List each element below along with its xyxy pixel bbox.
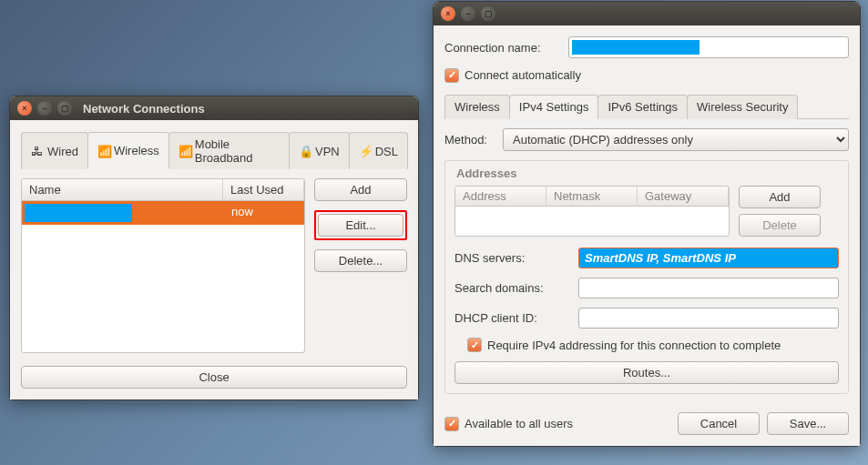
titlebar[interactable]: × – ▢ Network Connections: [10, 96, 418, 120]
minimize-icon[interactable]: –: [37, 101, 52, 116]
tab-wireless-settings[interactable]: Wireless: [444, 95, 510, 119]
search-domains-label: Search domains:: [454, 281, 571, 295]
method-label: Method:: [444, 133, 495, 147]
address-add-button[interactable]: Add: [739, 186, 821, 208]
connection-name-masked: [572, 40, 700, 55]
edit-connection-window: × – ▢ Connection name: Connect automatic…: [433, 1, 861, 447]
last-used-value: now: [224, 201, 304, 225]
search-domains-input[interactable]: [578, 278, 839, 298]
connection-type-tabs: 🖧Wired 📶Wireless 📶Mobile Broadband 🔒VPN …: [21, 131, 407, 169]
checkbox-icon: [444, 68, 459, 83]
addresses-table[interactable]: Address Netmask Gateway: [454, 186, 730, 237]
available-to-all-checkbox[interactable]: Available to all users: [444, 417, 573, 431]
addresses-title: Addresses: [456, 167, 839, 180]
tab-ipv6-settings[interactable]: IPv6 Settings: [597, 95, 688, 119]
connect-automatically-checkbox[interactable]: Connect automatically: [444, 68, 581, 83]
titlebar[interactable]: × – ▢: [434, 2, 860, 25]
tab-wireless-security[interactable]: Wireless Security: [687, 95, 798, 119]
minimize-icon[interactable]: –: [461, 6, 475, 21]
edit-highlight: Edit...: [314, 210, 407, 240]
address-delete-button[interactable]: Delete: [739, 214, 821, 237]
dsl-icon: ⚡: [359, 145, 372, 157]
checkbox-icon: [444, 417, 459, 431]
close-button[interactable]: Close: [21, 366, 407, 389]
lock-icon: 🔒: [299, 145, 311, 157]
settings-tabs: Wireless IPv4 Settings IPv6 Settings Wir…: [444, 94, 849, 119]
add-button[interactable]: Add: [314, 178, 407, 201]
dns-servers-input[interactable]: SmartDNS IP, SmartDNS IP: [578, 248, 839, 268]
connection-name-masked: [25, 204, 132, 222]
connections-table[interactable]: Name Last Used now: [21, 178, 305, 353]
maximize-icon[interactable]: ▢: [481, 6, 495, 21]
save-button[interactable]: Save...: [767, 412, 849, 435]
addresses-frame: Addresses Address Netmask Gateway Add De…: [444, 160, 849, 395]
col-name[interactable]: Name: [22, 179, 223, 200]
dhcp-client-id-input[interactable]: [578, 308, 839, 329]
table-row[interactable]: now: [22, 201, 304, 225]
col-address: Address: [455, 187, 546, 206]
tab-wired[interactable]: 🖧Wired: [21, 132, 88, 169]
dhcp-client-id-label: DHCP client ID:: [454, 311, 571, 325]
maximize-icon[interactable]: ▢: [57, 101, 72, 116]
delete-button[interactable]: Delete...: [314, 249, 407, 272]
tab-mobile-broadband[interactable]: 📶Mobile Broadband: [168, 132, 290, 169]
cancel-button[interactable]: Cancel: [678, 412, 760, 435]
tab-dsl[interactable]: ⚡DSL: [349, 132, 408, 169]
method-select[interactable]: Automatic (DHCP) addresses only: [503, 128, 849, 151]
network-connections-window: × – ▢ Network Connections 🖧Wired 📶Wirele…: [9, 96, 419, 400]
tab-ipv4-settings[interactable]: IPv4 Settings: [509, 95, 599, 119]
edit-button[interactable]: Edit...: [318, 214, 403, 237]
connection-name-input[interactable]: [568, 36, 849, 58]
window-title: Network Connections: [83, 102, 205, 116]
col-gateway: Gateway: [638, 187, 729, 206]
require-ipv4-checkbox[interactable]: Require IPv4 addressing for this connect…: [467, 338, 781, 352]
close-icon[interactable]: ×: [441, 6, 455, 21]
wireless-icon: 📶: [97, 145, 110, 157]
tab-vpn[interactable]: 🔒VPN: [289, 132, 350, 169]
mobile-icon: 📶: [179, 145, 191, 157]
close-icon[interactable]: ×: [17, 101, 32, 116]
connection-name-label: Connection name:: [444, 41, 561, 55]
tab-wireless[interactable]: 📶Wireless: [87, 132, 169, 169]
dns-servers-label: DNS servers:: [454, 251, 571, 265]
col-netmask: Netmask: [546, 187, 638, 206]
checkbox-icon: [467, 338, 482, 352]
wired-icon: 🖧: [31, 145, 44, 157]
routes-button[interactable]: Routes...: [454, 361, 839, 384]
col-last-used[interactable]: Last Used: [223, 179, 304, 200]
